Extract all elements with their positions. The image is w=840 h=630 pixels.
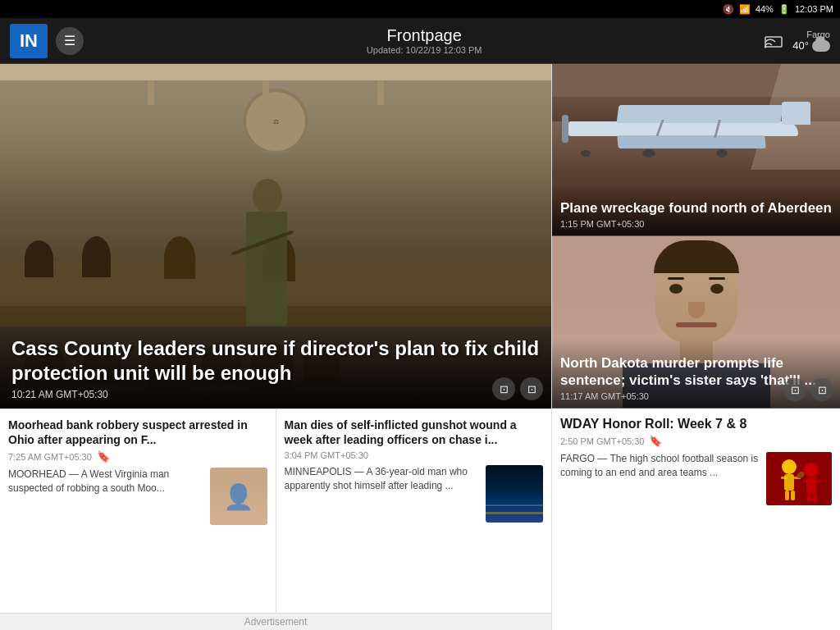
battery-icon: 🔋 <box>778 4 790 15</box>
mugshot-thumbnail-1 <box>210 468 267 525</box>
honor-headline: WDAY Honor Roll: Week 7 & 8 <box>560 417 832 431</box>
svg-rect-14 <box>813 494 817 502</box>
battery-percent: 44% <box>756 4 774 14</box>
story-card-2[interactable]: Man dies of self-inflicted gunshot wound… <box>276 409 552 613</box>
status-bar: 🔇 📶 44% 🔋 12:03 PM <box>0 0 840 18</box>
murder-ctrl-1[interactable]: ⊡ <box>783 378 806 401</box>
svg-point-3 <box>782 459 797 474</box>
plane-story-headline: Plane wreckage found north of Aberdeen <box>560 200 832 217</box>
clock: 12:03 PM <box>795 4 833 14</box>
honor-thumb <box>766 452 832 505</box>
plane-story-overlay: Plane wreckage found north of Aberdeen 1… <box>552 184 840 235</box>
right-story-plane[interactable]: Plane wreckage found north of Aberdeen 1… <box>552 64 840 236</box>
nav-left: IN ☰ <box>10 24 84 58</box>
menu-button[interactable]: ☰ <box>56 27 84 55</box>
svg-rect-7 <box>785 491 789 500</box>
svg-rect-0 <box>765 37 782 47</box>
weather-temp: 40° <box>792 39 830 52</box>
courthouse-seal: ⚖ <box>243 89 308 154</box>
featured-overlay: Cass County leaders unsure if director's… <box>0 320 551 409</box>
story-card-1-body: MOORHEAD — A West Virginia man suspected… <box>8 468 267 525</box>
featured-controls: ⊡ ⊡ <box>492 377 543 400</box>
wifi-icon: 📶 <box>739 4 751 15</box>
nav-right: Fargo 40° <box>765 30 830 52</box>
last-updated: Updated: 10/22/19 12:03 PM <box>367 45 482 55</box>
right-column: Plane wreckage found north of Aberdeen 1… <box>551 64 840 630</box>
bookmark-icon-honor[interactable]: 🔖 <box>649 435 662 447</box>
chase-thumbnail <box>486 465 543 523</box>
murder-story-controls: ⊡ ⊡ <box>783 378 833 401</box>
svg-rect-8 <box>791 491 795 500</box>
featured-ctrl-1[interactable]: ⊡ <box>492 377 515 400</box>
hamburger-icon: ☰ <box>64 33 75 48</box>
featured-headline: Cass County leaders unsure if director's… <box>11 336 540 386</box>
weather-widget: Fargo 40° <box>792 30 830 52</box>
content-area: ⚖ <box>0 64 840 630</box>
honor-body: FARGO — The high school football season … <box>560 452 832 505</box>
page-title: Frontpage <box>367 26 482 45</box>
svg-rect-13 <box>807 494 811 502</box>
bottom-stories: Moorhead bank robbery suspect arrested i… <box>0 409 551 613</box>
story-card-2-time: 3:04 PM GMT+05:30 <box>285 450 544 460</box>
mute-icon: 🔇 <box>723 4 734 15</box>
svg-point-1 <box>765 45 767 48</box>
left-column: ⚖ <box>0 64 551 630</box>
featured-ctrl-2[interactable]: ⊡ <box>520 377 543 400</box>
honor-time: 2:50 PM GMT+05:30 🔖 <box>560 435 832 447</box>
svg-point-9 <box>804 463 819 477</box>
svg-rect-12 <box>816 480 822 482</box>
story-card-1-text: MOORHEAD — A West Virginia man suspected… <box>8 468 203 525</box>
story-card-1-thumb <box>210 468 267 525</box>
story-card-1-time: 7:25 AM GMT+05:30 🔖 <box>8 450 267 463</box>
story-card-2-thumb <box>486 465 543 523</box>
story-card-2-text: MINNEAPOLIS — A 36-year-old man who appa… <box>285 465 480 523</box>
story-card-2-headline: Man dies of self-inflicted gunshot wound… <box>285 418 544 447</box>
advertisement-bar: Advertisement <box>0 613 551 630</box>
murder-ctrl-2[interactable]: ⊡ <box>810 378 833 401</box>
plane-story-time: 1:15 PM GMT+05:30 <box>560 219 832 229</box>
story-card-2-body: MINNEAPOLIS — A 36-year-old man who appa… <box>285 465 544 523</box>
svg-rect-5 <box>781 477 788 479</box>
story-card-1-headline: Moorhead bank robbery suspect arrested i… <box>8 418 267 447</box>
honor-text: FARGO — The high school football season … <box>560 452 760 505</box>
cast-icon[interactable] <box>765 34 783 48</box>
featured-time: 10:21 AM GMT+05:30 <box>11 389 540 400</box>
svg-rect-11 <box>803 480 810 482</box>
right-story-murder[interactable]: North Dakota murder prompts life sentenc… <box>552 236 840 409</box>
nav-center: Frontpage Updated: 10/22/19 12:03 PM <box>367 26 482 55</box>
top-nav: IN ☰ Frontpage Updated: 10/22/19 12:03 P… <box>0 18 840 64</box>
app-logo[interactable]: IN <box>10 24 48 58</box>
featured-story[interactable]: ⚖ <box>0 64 551 409</box>
cloud-icon <box>812 40 830 52</box>
right-story-honor[interactable]: WDAY Honor Roll: Week 7 & 8 2:50 PM GMT+… <box>552 409 840 630</box>
bookmark-icon-1[interactable]: 🔖 <box>97 450 110 463</box>
story-card-1[interactable]: Moorhead bank robbery suspect arrested i… <box>0 409 276 613</box>
